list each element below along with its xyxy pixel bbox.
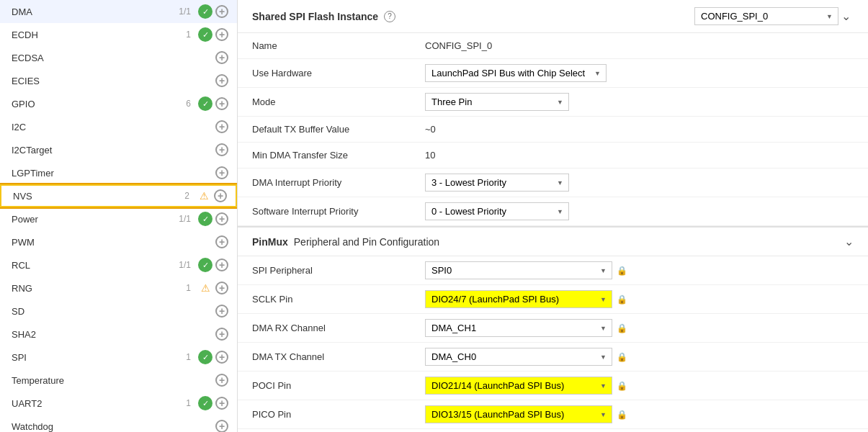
sidebar-item-sd[interactable]: SD+ [0, 300, 237, 323]
spi-prop-row-6: Software Interrupt Priority0 - Lowest Pr… [238, 197, 868, 226]
sidebar-item-pwm[interactable]: PWM+ [0, 230, 237, 253]
add-icon[interactable]: + [215, 166, 228, 179]
pinmux-select[interactable]: DIO21/14 (LaunchPad SPI Bus) [425, 377, 612, 395]
prop-label: Software Interrupt Priority [252, 206, 425, 217]
sidebar-item-label: GPIO [12, 99, 186, 109]
spi-prop-row-0: NameCONFIG_SPI_0 [238, 33, 868, 59]
lock-icon[interactable]: 🔒 [617, 266, 627, 276]
add-icon[interactable]: + [215, 74, 228, 87]
prop-select[interactable]: 0 - Lowest Priority [425, 202, 569, 220]
pinmux-select[interactable]: DIO13/15 (LaunchPad SPI Bus) [425, 405, 612, 423]
spi-prop-row-1: Use HardwareLaunchPad SPI Bus with Chip … [238, 59, 868, 88]
prop-value[interactable]: 3 - Lowest Priority [425, 174, 854, 192]
sidebar-item-label: I2C [12, 122, 208, 132]
sidebar-item-nvs[interactable]: NVS2⚠+ [0, 184, 237, 207]
sidebar-item-ecdh[interactable]: ECDH1✓+ [0, 23, 237, 46]
sidebar-item-temperature[interactable]: Temperature+ [0, 369, 237, 392]
sidebar-item-i2c[interactable]: I2C+ [0, 115, 237, 138]
sidebar-item-watchdog[interactable]: Watchdog+ [0, 415, 237, 432]
pinmux-select-wrapper: DIO24/7 (LaunchPad SPI Bus) [425, 290, 612, 308]
prop-label: Name [252, 40, 425, 51]
lock-icon[interactable]: 🔒 [617, 323, 627, 333]
prop-select[interactable]: Three Pin [425, 93, 569, 111]
add-icon[interactable]: + [215, 282, 228, 294]
sidebar-item-power[interactable]: Power1/1✓+ [0, 207, 237, 230]
check-icon: ✓ [198, 258, 212, 272]
add-icon[interactable]: + [215, 420, 228, 432]
sidebar-item-count: 6 [186, 99, 191, 109]
sidebar-item-gpio[interactable]: GPIO6✓+ [0, 92, 237, 115]
instance-select[interactable]: CONFIG_SPI_0 [694, 7, 838, 25]
add-icon[interactable]: + [215, 258, 228, 271]
add-icon[interactable]: + [215, 120, 228, 133]
pinmux-collapse-button[interactable]: ⌄ [844, 235, 854, 248]
pinmux-select[interactable]: DMA_CH0 [425, 348, 612, 366]
pinmux-select-wrapper: DMA_CH1 [425, 319, 612, 337]
add-icon[interactable]: + [215, 305, 228, 318]
sidebar-item-label: DMA [12, 6, 179, 17]
pinmux-select[interactable]: DIO24/7 (LaunchPad SPI Bus) [425, 290, 612, 308]
shared-spi-header: Shared SPI Flash Instance ? CONFIG_SPI_0… [238, 0, 868, 33]
pinmux-properties-container: SPI PeripheralSPI0🔒SCLK PinDIO24/7 (Laun… [238, 256, 868, 429]
add-icon[interactable]: + [215, 97, 228, 110]
add-icon[interactable]: + [215, 235, 228, 248]
sidebar-item-ecies[interactable]: ECIES+ [0, 69, 237, 92]
pinmux-select[interactable]: SPI0 [425, 261, 612, 279]
add-icon[interactable]: + [215, 397, 228, 410]
main-panel: Shared SPI Flash Instance ? CONFIG_SPI_0… [238, 0, 868, 432]
sidebar-item-count: 1/1 [179, 6, 191, 17]
prop-value[interactable]: 0 - Lowest Priority [425, 202, 854, 220]
prop-select-wrapper: Three Pin [425, 93, 569, 111]
shared-spi-collapse-button[interactable]: ⌄ [838, 9, 854, 23]
pinmux-select-wrapper: DMA_CH0 [425, 348, 612, 366]
sidebar-item-count: 1 [186, 283, 191, 293]
pinmux-prop-row-0: SPI PeripheralSPI0🔒 [238, 256, 868, 285]
pinmux-prop-row-4: POCI PinDIO21/14 (LaunchPad SPI Bus)🔒 [238, 372, 868, 400]
sidebar-item-rng[interactable]: RNG1⚠+ [0, 276, 237, 300]
prop-value[interactable]: LaunchPad SPI Bus with Chip Select [425, 64, 854, 82]
sidebar-item-sha2[interactable]: SHA2+ [0, 323, 237, 346]
add-icon[interactable]: + [215, 143, 228, 156]
sidebar-item-uart2[interactable]: UART21✓+ [0, 392, 237, 415]
lock-icon[interactable]: 🔒 [617, 352, 627, 362]
lock-icon[interactable]: 🔒 [617, 381, 627, 391]
sidebar-item-ecdsa[interactable]: ECDSA+ [0, 46, 237, 69]
prop-select[interactable]: 3 - Lowest Priority [425, 174, 569, 192]
sidebar-item-count: 1/1 [179, 214, 191, 224]
help-icon[interactable]: ? [384, 11, 395, 22]
spi-properties-container: NameCONFIG_SPI_0Use HardwareLaunchPad SP… [238, 33, 868, 226]
sidebar-item-label: ECIES [12, 76, 208, 86]
add-icon[interactable]: + [215, 374, 228, 387]
sidebar-item-rcl[interactable]: RCL1/1✓+ [0, 253, 237, 276]
lock-icon[interactable]: 🔒 [617, 294, 627, 305]
prop-select-wrapper: 0 - Lowest Priority [425, 202, 569, 220]
sidebar-item-i2ctarget[interactable]: I2CTarget+ [0, 138, 237, 161]
sidebar-item-label: SPI [12, 352, 186, 363]
prop-select[interactable]: LaunchPad SPI Bus with Chip Select [425, 64, 607, 82]
add-icon[interactable]: + [215, 351, 228, 364]
add-icon[interactable]: + [215, 51, 228, 64]
add-icon[interactable]: + [215, 28, 228, 41]
add-icon[interactable]: + [215, 328, 228, 341]
add-icon[interactable]: + [214, 189, 227, 202]
add-icon[interactable]: + [215, 5, 228, 18]
instance-select-wrapper: CONFIG_SPI_0 [694, 7, 838, 25]
sidebar-item-dma[interactable]: DMA1/1✓+ [0, 0, 237, 23]
spi-prop-row-2: ModeThree Pin [238, 88, 868, 117]
pinmux-header: PinMux Peripheral and Pin Configuration … [238, 228, 868, 256]
pinmux-select-wrapper: SPI0 [425, 261, 612, 279]
sidebar-item-spi[interactable]: SPI1✓+ [0, 346, 237, 369]
sidebar-item-lgptimer[interactable]: LGPTimer+ [0, 161, 237, 184]
prop-value: 10 [425, 150, 854, 161]
prop-value[interactable]: Three Pin [425, 93, 854, 111]
sidebar-item-count: 1 [186, 398, 191, 408]
pinmux-prop-row-2: DMA RX ChannelDMA_CH1🔒 [238, 314, 868, 343]
sidebar-item-label: ECDH [12, 30, 186, 40]
lock-icon[interactable]: 🔒 [617, 410, 627, 420]
pinmux-select[interactable]: DMA_CH1 [425, 319, 612, 337]
pinmux-select-wrapper: DIO21/14 (LaunchPad SPI Bus) [425, 377, 612, 395]
prop-label: Min DMA Transfer Size [252, 150, 425, 161]
sidebar-item-label: LGPTimer [12, 168, 208, 179]
add-icon[interactable]: + [215, 212, 228, 225]
check-icon: ✓ [198, 396, 212, 410]
